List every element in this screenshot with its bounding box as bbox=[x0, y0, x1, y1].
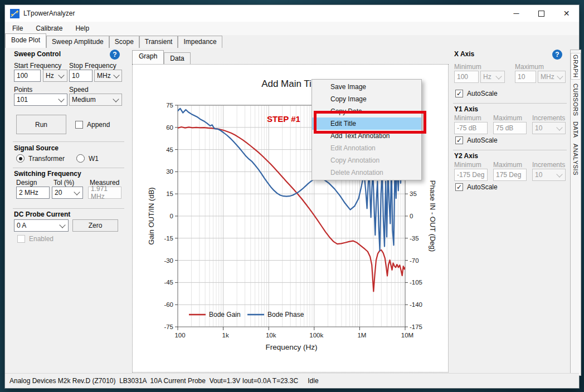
menu-help[interactable]: Help bbox=[70, 22, 95, 35]
tab-scope[interactable]: Scope bbox=[109, 36, 139, 48]
chevron-down-icon bbox=[556, 124, 562, 130]
svg-text:Phase IN - OUT (Deg): Phase IN - OUT (Deg) bbox=[429, 180, 437, 252]
svg-text:-75: -75 bbox=[164, 324, 173, 330]
tab-bode-plot[interactable]: Bode Plot bbox=[5, 33, 46, 48]
tab-impedance[interactable]: Impedance bbox=[178, 36, 222, 48]
title-bar[interactable]: LTpowerAnalyzer ─ ✕ bbox=[5, 5, 579, 22]
x-max-unit: MHz bbox=[541, 73, 554, 81]
divider bbox=[13, 141, 124, 142]
enabled-checkbox bbox=[17, 235, 25, 243]
dc-probe-current-title: DC Probe Current bbox=[14, 210, 70, 218]
divider bbox=[13, 208, 124, 209]
transformer-radio[interactable] bbox=[16, 154, 25, 163]
run-button[interactable]: Run bbox=[16, 115, 66, 134]
x-max-input[interactable]: 10 bbox=[515, 71, 536, 83]
side-tab-graph[interactable]: GRAPH bbox=[571, 53, 580, 79]
tol-value: 20 bbox=[55, 189, 62, 197]
y1-max-label: Maximum bbox=[493, 114, 522, 122]
tab-sweep-amplitude[interactable]: Sweep Amplitude bbox=[46, 36, 109, 48]
status-state-text: Idle bbox=[308, 377, 318, 385]
chevron-down-icon bbox=[113, 96, 119, 102]
svg-text:30: 30 bbox=[166, 168, 173, 175]
side-tab-data[interactable]: DATA bbox=[571, 120, 580, 139]
y1-max-input[interactable]: 75 dB bbox=[493, 122, 527, 134]
y2-autoscale-checkbox[interactable]: ✓ bbox=[455, 183, 463, 191]
side-tab-analysis[interactable]: ANALYSIS bbox=[571, 143, 580, 177]
w1-radio[interactable] bbox=[76, 154, 85, 163]
points-value: 101 bbox=[17, 96, 28, 104]
enabled-label: Enabled bbox=[29, 235, 53, 243]
svg-text:10k: 10k bbox=[266, 332, 276, 339]
graph-tab-strip: Graph Data bbox=[132, 52, 191, 64]
start-frequency-unit: Hz bbox=[46, 72, 54, 80]
start-frequency-input[interactable]: 100 bbox=[14, 70, 41, 82]
menu-calibrate[interactable]: Calibrate bbox=[30, 22, 68, 35]
y1-axis-title: Y1 Axis bbox=[454, 105, 478, 113]
svg-text:-140: -140 bbox=[410, 301, 422, 308]
y1-autoscale-checkbox[interactable]: ✓ bbox=[455, 136, 463, 144]
axes-help-icon[interactable]: ? bbox=[552, 50, 562, 60]
signal-source-title: Signal Source bbox=[14, 144, 59, 152]
desktop-background: LTpowerAnalyzer ─ ✕ File Calibrate Help … bbox=[0, 0, 584, 392]
y2-increments-select: 10 bbox=[532, 169, 566, 181]
points-label: Points bbox=[14, 86, 32, 94]
menu-bar: File Calibrate Help bbox=[5, 22, 579, 35]
svg-text:-175: -175 bbox=[410, 324, 422, 330]
y1-increments-select: 10 bbox=[532, 122, 566, 134]
design-label: Design bbox=[16, 179, 37, 187]
y1-min-input[interactable]: -75 dB bbox=[454, 122, 488, 134]
y1-increments-label: Increments bbox=[532, 114, 565, 122]
tab-graph[interactable]: Graph bbox=[132, 50, 164, 64]
svg-text:1k: 1k bbox=[222, 332, 229, 339]
x-min-label: Minimum bbox=[454, 63, 481, 71]
points-select[interactable]: 101 bbox=[14, 94, 67, 106]
svg-text:-45: -45 bbox=[164, 279, 173, 286]
app-window: LTpowerAnalyzer ─ ✕ File Calibrate Help … bbox=[4, 4, 580, 389]
chevron-down-icon bbox=[556, 171, 562, 177]
maximize-button[interactable] bbox=[529, 5, 554, 22]
svg-text:1M: 1M bbox=[357, 332, 366, 339]
dc-probe-current-select[interactable]: 0 A bbox=[14, 219, 69, 232]
append-label: Append bbox=[87, 121, 110, 129]
menu-item-save-image[interactable]: Save Image bbox=[312, 81, 421, 93]
y2-increments-value: 10 bbox=[535, 171, 542, 179]
stop-frequency-unit-select[interactable]: MHz bbox=[94, 70, 122, 82]
svg-text:Bode Phase: Bode Phase bbox=[267, 311, 304, 318]
svg-text:-60: -60 bbox=[164, 301, 173, 308]
x-min-unit: Hz bbox=[483, 73, 491, 81]
chevron-down-icon bbox=[74, 189, 80, 195]
zero-button[interactable]: Zero bbox=[72, 219, 118, 232]
menu-file[interactable]: File bbox=[7, 22, 28, 35]
speed-select[interactable]: Medium bbox=[69, 94, 122, 106]
y2-max-input[interactable]: 175 Deg bbox=[493, 169, 527, 181]
divider bbox=[13, 168, 124, 168]
close-button[interactable]: ✕ bbox=[554, 5, 579, 22]
chevron-down-icon bbox=[59, 222, 65, 228]
stop-frequency-input[interactable]: 10 bbox=[69, 70, 93, 82]
x-autoscale-checkbox[interactable]: ✓ bbox=[455, 90, 463, 97]
menu-item-copy-image[interactable]: Copy Image bbox=[312, 93, 421, 105]
minimize-button[interactable]: ─ bbox=[504, 5, 529, 22]
side-tab-cursors[interactable]: CURSORS bbox=[571, 82, 580, 117]
sweep-help-icon[interactable]: ? bbox=[110, 50, 120, 60]
start-frequency-label: Start Frequency bbox=[14, 62, 61, 70]
chevron-down-icon bbox=[58, 72, 64, 78]
start-frequency-unit-select[interactable]: Hz bbox=[43, 70, 67, 82]
side-tab-strip: GRAPH CURSORS DATA ANALYSIS bbox=[570, 50, 581, 376]
tab-data[interactable]: Data bbox=[164, 52, 190, 64]
tol-select[interactable]: 20 bbox=[52, 187, 83, 199]
svg-text:-105: -105 bbox=[410, 279, 422, 286]
append-checkbox[interactable] bbox=[75, 121, 83, 129]
y2-min-input[interactable]: -175 Deg bbox=[454, 169, 488, 181]
tab-transient[interactable]: Transient bbox=[139, 36, 178, 48]
svg-text:Gain OUT/IN (dB): Gain OUT/IN (dB) bbox=[147, 187, 155, 244]
status-device-text: Analog Devices M2k Rev.D (Z7010) LB3031A… bbox=[9, 377, 298, 385]
svg-text:60: 60 bbox=[166, 124, 173, 131]
svg-text:0: 0 bbox=[170, 213, 173, 219]
menu-item-delete-annotation: Delete Annotation bbox=[312, 166, 421, 179]
x-min-input[interactable]: 100 bbox=[454, 71, 479, 83]
stop-frequency-label: Stop Frequency bbox=[69, 62, 116, 70]
design-input[interactable]: 2 MHz bbox=[16, 187, 50, 199]
svg-text:100: 100 bbox=[174, 332, 185, 339]
menu-item-edit-annotation: Edit Annotation bbox=[312, 142, 421, 154]
